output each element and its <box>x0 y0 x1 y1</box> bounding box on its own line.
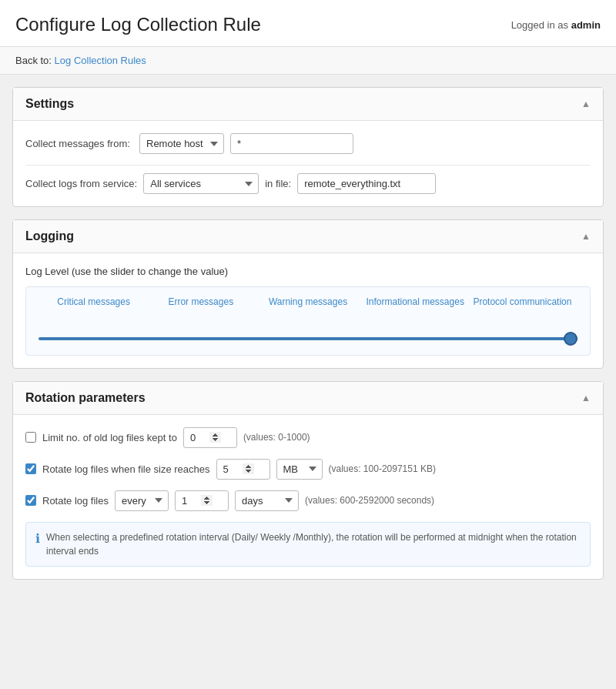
rotate-interval-label: Rotate log files <box>42 495 109 507</box>
logging-section: Logging ▲ Log Level (use the slider to c… <box>12 219 604 369</box>
file-input[interactable] <box>297 173 436 194</box>
rotate-size-unit-select[interactable]: KB MB GB <box>276 459 323 480</box>
breadcrumb-bar: Back to: Log Collection Rules <box>0 47 616 75</box>
collect-messages-row: Collect messages from: Remote host <box>25 133 591 154</box>
info-box: ℹ When selecting a predefined rotation i… <box>25 522 591 567</box>
rotate-interval-unit-select[interactable]: seconds minutes hours days weeks <box>235 490 299 511</box>
rotation-collapse-icon[interactable]: ▲ <box>581 393 591 403</box>
rotate-interval-hint: (values: 600-2592000 seconds) <box>305 495 434 506</box>
page-header: Configure Log Collection Rule Logged in … <box>0 0 616 47</box>
rotate-interval-checkbox[interactable] <box>25 495 36 506</box>
limit-input[interactable] <box>183 427 237 448</box>
level-error: Error messages <box>147 296 254 309</box>
log-level-label: Log Level (use the slider to change the … <box>25 266 591 277</box>
all-services-select[interactable]: All services <box>143 173 259 194</box>
settings-title: Settings <box>25 97 74 111</box>
collect-messages-label: Collect messages from: <box>25 138 133 149</box>
page-title: Configure Log Collection Rule <box>15 14 261 35</box>
logged-in-info: Logged in as admin <box>511 19 601 31</box>
collect-logs-row: Collect logs from service: All services … <box>25 173 591 194</box>
limit-label: Limit no. of old log files kept to <box>42 432 177 443</box>
limit-input-wrapper <box>183 427 237 448</box>
logging-body: Log Level (use the slider to change the … <box>13 253 603 368</box>
limit-checkbox[interactable] <box>25 432 36 443</box>
level-informational: Informational messages <box>362 296 469 309</box>
limit-row: Limit no. of old log files kept to (valu… <box>25 427 591 448</box>
logging-header: Logging ▲ <box>13 220 603 253</box>
info-text: When selecting a predefined rotation int… <box>46 530 581 558</box>
collect-logs-label: Collect logs from service: <box>25 178 137 189</box>
slider-labels: Critical messages Error messages Warning… <box>38 296 578 309</box>
rotation-body: Limit no. of old log files kept to (valu… <box>13 415 603 579</box>
settings-body: Collect messages from: Remote host Colle… <box>13 121 603 206</box>
rotate-size-label: Rotate log files when file size reaches <box>42 463 210 475</box>
info-icon: ℹ <box>35 531 40 546</box>
rotate-size-row: Rotate log files when file size reaches … <box>25 459 591 480</box>
settings-divider <box>25 165 591 166</box>
settings-section: Settings ▲ Collect messages from: Remote… <box>12 87 604 207</box>
rotate-interval-input[interactable] <box>175 490 229 511</box>
rotate-size-checkbox[interactable] <box>25 463 36 474</box>
level-warning: Warning messages <box>254 296 361 309</box>
logging-title: Logging <box>25 229 74 243</box>
rotate-interval-prefix-select[interactable]: every <box>115 490 169 511</box>
settings-collapse-icon[interactable]: ▲ <box>581 99 591 109</box>
rotation-section: Rotation parameters ▲ Limit no. of old l… <box>12 381 604 580</box>
breadcrumb-link[interactable]: Log Collection Rules <box>55 55 146 66</box>
rotate-interval-input-wrapper <box>175 490 229 511</box>
limit-hint: (values: 0-1000) <box>243 432 310 443</box>
slider-area: Critical messages Error messages Warning… <box>25 286 591 356</box>
log-level-slider[interactable] <box>38 337 578 340</box>
level-critical: Critical messages <box>40 296 147 309</box>
rotate-size-input-wrapper <box>216 459 270 480</box>
level-protocol: Protocol communication <box>469 296 576 309</box>
rotate-size-hint: (values: 100-2097151 KB) <box>329 463 436 474</box>
rotate-interval-row: Rotate log files every seconds minutes h… <box>25 490 591 511</box>
main-content: Settings ▲ Collect messages from: Remote… <box>0 75 616 604</box>
logging-collapse-icon[interactable]: ▲ <box>581 231 591 242</box>
collect-messages-select[interactable]: Remote host <box>139 133 224 154</box>
rotate-size-input[interactable] <box>216 459 270 480</box>
in-file-label: in file: <box>265 178 291 189</box>
settings-header: Settings ▲ <box>13 88 603 121</box>
breadcrumb-back-text: Back to: <box>15 55 52 66</box>
rotation-title: Rotation parameters <box>25 391 146 405</box>
rotation-header: Rotation parameters ▲ <box>13 382 603 415</box>
host-input[interactable] <box>230 133 353 154</box>
